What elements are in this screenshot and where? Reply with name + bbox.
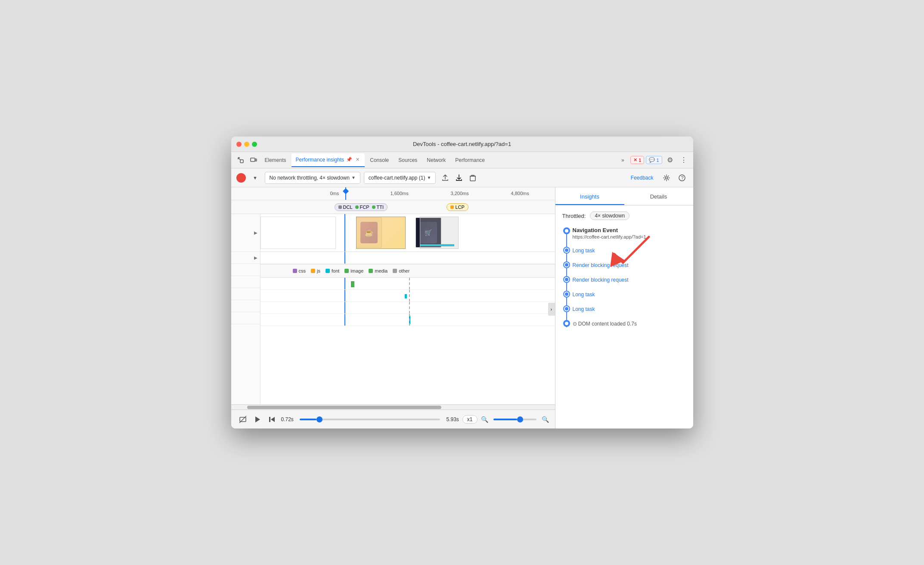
title-bar: DevTools - coffee-cart.netlify.app/?ad=1 bbox=[231, 137, 693, 152]
bar-image-1 bbox=[351, 281, 354, 287]
insight-dom-text: DOM content loaded 0.7s bbox=[578, 321, 637, 327]
legend-js-label: js bbox=[317, 268, 320, 273]
svg-rect-1 bbox=[251, 158, 255, 161]
legend-font-color bbox=[326, 269, 330, 273]
device-icon[interactable] bbox=[248, 154, 260, 166]
track-label-empty5 bbox=[231, 312, 260, 324]
toolbar: ▼ No network throttling, 4× slowdown ▼ c… bbox=[231, 168, 693, 187]
insight-link-render-block-2[interactable]: Render blocking request bbox=[573, 277, 629, 283]
upload-icon[interactable] bbox=[439, 172, 451, 184]
inspect-icon[interactable] bbox=[235, 154, 247, 166]
speed-button[interactable]: x1 bbox=[462, 415, 478, 424]
tab-console-label: Console bbox=[370, 157, 389, 163]
insight-link-render-block-1[interactable]: Render blocking request bbox=[573, 262, 629, 268]
time-slider-thumb[interactable] bbox=[316, 416, 322, 422]
track-label-empty3 bbox=[231, 288, 260, 300]
insight-link-long-task-1[interactable]: Long task bbox=[573, 248, 595, 254]
legend-image-label: image bbox=[350, 268, 363, 273]
legend-css-color bbox=[293, 269, 297, 273]
tab-performance-label: Performance bbox=[455, 157, 485, 163]
more-tabs-icon[interactable]: » bbox=[617, 154, 629, 166]
skip-back-icon[interactable] bbox=[267, 414, 278, 425]
insight-item-navigation: Navigation Event https://coffee-cart.net… bbox=[573, 227, 686, 239]
tab-elements[interactable]: Elements bbox=[260, 153, 291, 167]
network-row-4 bbox=[260, 302, 555, 314]
help-icon[interactable]: ? bbox=[676, 172, 688, 184]
cursor-line-r1 bbox=[344, 252, 345, 264]
lcp-label: LCP bbox=[456, 205, 465, 210]
scrollbar-thumb[interactable] bbox=[247, 406, 441, 409]
insight-dot-long-task-1 bbox=[564, 248, 569, 253]
dcl-badge: DCL bbox=[338, 205, 353, 210]
settings-icon[interactable]: ⚙ bbox=[664, 154, 676, 166]
insight-dot-dom-loaded bbox=[564, 321, 569, 326]
tti-badge: TTI bbox=[372, 205, 384, 210]
tab-performance[interactable]: Performance bbox=[451, 153, 489, 167]
tab-details[interactable]: Details bbox=[624, 189, 693, 205]
throttling-label: No network throttling, 4× slowdown bbox=[270, 175, 350, 181]
screenshot-thumb-2: 🛒 bbox=[415, 217, 441, 248]
tab-performance-insights[interactable]: Performance insights 📌 ✕ bbox=[291, 153, 365, 167]
dropdown-arrow-btn[interactable]: ▼ bbox=[249, 172, 261, 184]
error-badge[interactable]: ✕ 1 bbox=[630, 156, 644, 164]
delete-icon[interactable] bbox=[467, 172, 479, 184]
time-start-display: 0.72s bbox=[281, 416, 294, 422]
milestone-row: DCL FCP TTI LCP bbox=[231, 200, 555, 214]
tab-console[interactable]: Console bbox=[366, 153, 393, 167]
time-marker-1600: 1,600ms bbox=[391, 191, 409, 196]
time-slider-fill bbox=[300, 419, 316, 420]
tab-elements-label: Elements bbox=[265, 157, 286, 163]
minimize-button[interactable] bbox=[244, 142, 249, 147]
cursor-line bbox=[344, 214, 345, 251]
zoom-slider-thumb[interactable] bbox=[517, 416, 523, 422]
svg-rect-2 bbox=[255, 159, 257, 161]
track-label-main: ▶ bbox=[231, 252, 260, 264]
legend-css-label: css bbox=[299, 268, 306, 273]
legend-js: js bbox=[311, 268, 320, 273]
maximize-button[interactable] bbox=[252, 142, 257, 147]
message-badge[interactable]: 💬 1 bbox=[646, 156, 662, 164]
window-title: DevTools - coffee-cart.netlify.app/?ad=1 bbox=[413, 141, 511, 147]
zoom-out-icon[interactable]: 🔍 bbox=[481, 416, 488, 423]
zoom-slider[interactable] bbox=[493, 419, 536, 420]
track-label-screenshots: ▶ bbox=[231, 214, 260, 252]
time-slider[interactable] bbox=[300, 419, 440, 420]
zoom-in-icon[interactable]: 🔍 bbox=[542, 416, 549, 423]
url-dropdown[interactable]: coffee-cart.netlify.app (1) ▼ bbox=[364, 172, 436, 184]
svg-rect-9 bbox=[269, 417, 270, 422]
play-icon[interactable] bbox=[252, 414, 263, 425]
download-icon[interactable] bbox=[453, 172, 465, 184]
insight-link-long-task-2[interactable]: Long task bbox=[573, 292, 595, 298]
cursor-line-r5 bbox=[344, 314, 345, 326]
expand-arrow[interactable]: › bbox=[548, 303, 555, 316]
tab-sources[interactable]: Sources bbox=[394, 153, 422, 167]
screenshot-blank-left bbox=[260, 217, 336, 249]
insight-dot-long-task-3 bbox=[564, 306, 569, 311]
network-row-2 bbox=[260, 278, 555, 290]
tab-insights[interactable]: Insights bbox=[555, 189, 624, 205]
bar-font-1 bbox=[405, 294, 407, 298]
close-button[interactable] bbox=[236, 142, 242, 147]
svg-text:?: ? bbox=[681, 175, 683, 180]
insight-item-render-block-1: Render blocking request bbox=[573, 261, 686, 269]
record-button[interactable] bbox=[236, 173, 246, 183]
tab-network[interactable]: Network bbox=[422, 153, 450, 167]
timeline-scrollbar[interactable] bbox=[231, 404, 555, 410]
throttling-dropdown[interactable]: No network throttling, 4× slowdown ▼ bbox=[265, 172, 360, 184]
waterfall-section: ▶ ▶ bbox=[231, 214, 555, 404]
insight-dot-render-block-2 bbox=[564, 277, 569, 282]
pin-icon: 📌 bbox=[346, 157, 352, 162]
dcl-label: DCL bbox=[343, 205, 353, 210]
insight-link-long-task-3[interactable]: Long task bbox=[573, 306, 595, 312]
insight-timeline: Navigation Event https://coffee-cart.net… bbox=[562, 227, 686, 327]
traffic-lights bbox=[236, 142, 257, 147]
feedback-link[interactable]: Feedback bbox=[631, 175, 654, 181]
svg-rect-3 bbox=[470, 176, 475, 181]
legend-font-label: font bbox=[332, 268, 339, 273]
tab-performance-insights-label: Performance insights bbox=[296, 157, 344, 163]
no-screenshot-icon[interactable] bbox=[237, 414, 248, 425]
settings-toolbar-icon[interactable] bbox=[660, 172, 673, 184]
more-options-icon[interactable]: ⋮ bbox=[678, 154, 690, 166]
network-row-1 bbox=[260, 252, 555, 264]
tab-close-icon[interactable]: ✕ bbox=[354, 157, 360, 163]
